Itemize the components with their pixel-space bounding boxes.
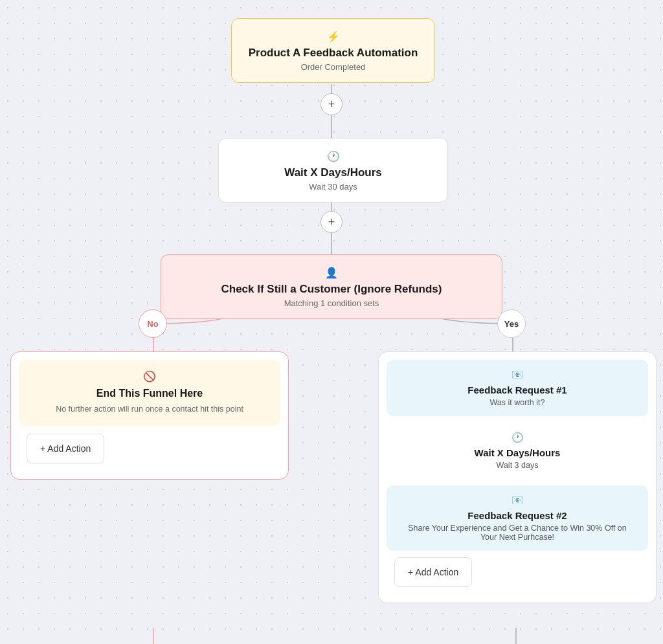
condition-icon: 👤 xyxy=(174,267,489,279)
left-add-action-label: + Add Action xyxy=(40,443,91,454)
feedback2-subtitle: Share Your Experience and Get a Chance t… xyxy=(399,524,635,542)
left-add-action-button[interactable]: + Add Action xyxy=(27,434,104,463)
right-add-action-button[interactable]: + Add Action xyxy=(394,557,472,587)
trigger-node: ⚡ Product A Feedback Automation Order Co… xyxy=(231,18,435,83)
funnel-end-card: 🚫 End This Funnel Here No further action… xyxy=(19,360,280,426)
plus-icon-1: + xyxy=(328,98,335,111)
feedback2-icon: 📧 xyxy=(399,494,635,506)
add-step-button-2[interactable]: + xyxy=(320,211,343,233)
wait-subtitle: Wait 30 days xyxy=(232,182,434,192)
feedback2-title: Feedback Request #2 xyxy=(399,510,635,521)
wait-node: 🕐 Wait X Days/Hours Wait 30 days xyxy=(218,138,448,203)
right-branch-panel: 📧 Feedback Request #1 Was it worth it? 🕐… xyxy=(378,351,657,603)
right-wait-subtitle: Wait 3 days xyxy=(399,461,635,470)
condition-title: Check If Still a Customer (Ignore Refund… xyxy=(174,283,489,296)
feedback-request-2-card: 📧 Feedback Request #2 Share Your Experie… xyxy=(387,485,648,551)
funnel-end-title: End This Funnel Here xyxy=(32,388,267,399)
trigger-icon: ⚡ xyxy=(245,30,421,43)
plus-icon-2: + xyxy=(328,216,335,229)
feedback1-title: Feedback Request #1 xyxy=(399,384,635,395)
wait-icon: 🕐 xyxy=(232,150,434,162)
feedback1-subtitle: Was it worth it? xyxy=(399,398,635,407)
right-add-action-label: + Add Action xyxy=(408,567,458,577)
trigger-title: Product A Feedback Automation xyxy=(245,47,421,60)
branch-yes-label: Yes xyxy=(497,309,526,338)
wait-title: Wait X Days/Hours xyxy=(232,166,434,179)
left-branch-panel: 🚫 End This Funnel Here No further action… xyxy=(10,351,289,480)
trigger-subtitle: Order Completed xyxy=(245,62,421,72)
funnel-end-description: No further action will run once a contac… xyxy=(32,403,267,416)
funnel-end-icon: 🚫 xyxy=(32,370,267,383)
branch-no-label: No xyxy=(139,309,167,338)
condition-node: 👤 Check If Still a Customer (Ignore Refu… xyxy=(161,254,502,319)
add-step-button-1[interactable]: + xyxy=(320,93,343,115)
right-wait-icon: 🕐 xyxy=(399,432,635,443)
right-wait-card: 🕐 Wait X Days/Hours Wait 3 days xyxy=(387,423,648,479)
right-wait-title: Wait X Days/Hours xyxy=(399,447,635,458)
feedback-request-1-card: 📧 Feedback Request #1 Was it worth it? xyxy=(387,360,648,416)
feedback1-icon: 📧 xyxy=(399,369,635,381)
condition-subtitle: Matching 1 condition sets xyxy=(174,298,489,308)
